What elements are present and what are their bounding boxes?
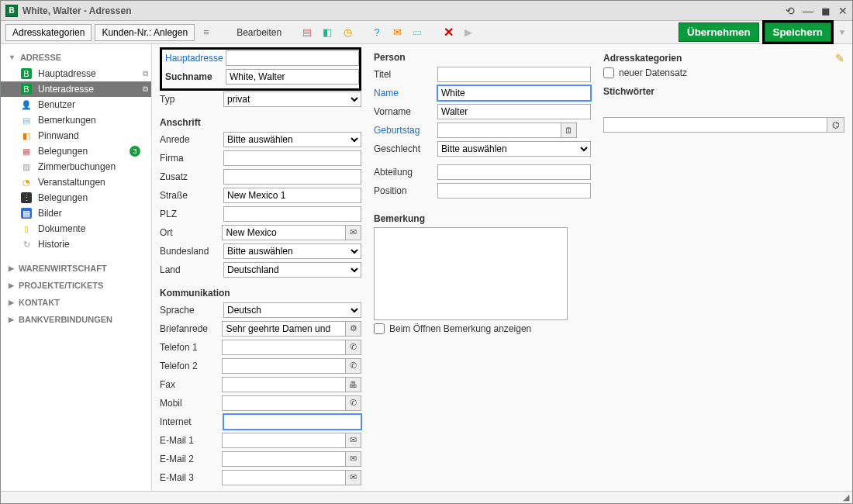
email2-input[interactable] (222, 451, 346, 467)
mobil-label: Mobil (160, 398, 222, 409)
close-icon[interactable]: ✕ (838, 5, 848, 17)
kundennr-button[interactable]: Kunden-Nr.: Anlegen (95, 24, 195, 41)
notes-icon: ▤ (21, 115, 32, 126)
nav-section-bank[interactable]: ▶BANKVERBINDUNGEN (1, 311, 151, 328)
internet-input[interactable] (223, 414, 361, 430)
internet-label: Internet (160, 416, 223, 427)
nav-benutzer[interactable]: 👤 Benutzer (1, 97, 151, 112)
resize-grip-icon[interactable]: ◢ (843, 492, 849, 502)
vorname-input[interactable] (437, 104, 591, 119)
note-icon[interactable]: ◧ (319, 25, 336, 40)
geburtstag-link[interactable]: Geburtstag (374, 125, 437, 136)
nav-section-kontakt[interactable]: ▶KONTAKT (1, 294, 151, 311)
envelope-icon[interactable]: ✉ (346, 225, 361, 240)
envelope-icon[interactable]: ✉ (346, 470, 361, 485)
help-icon[interactable]: ? (368, 25, 385, 40)
email1-input[interactable] (222, 433, 346, 448)
anrede-label: Anrede (160, 134, 223, 145)
popout-icon[interactable]: ⧉ (143, 85, 148, 94)
show-remark-checkbox[interactable] (374, 323, 385, 334)
mail-icon[interactable]: ✉ (389, 25, 406, 40)
title-bar: B White, Walter - Adressen ⟲ — ◼ ✕ (1, 1, 852, 21)
sprache-select[interactable]: Deutsch (223, 302, 361, 318)
phone-icon[interactable]: ✆ (346, 358, 361, 374)
nav-pinnwand[interactable]: ◧ Pinnwand (1, 128, 151, 143)
email3-input[interactable] (222, 470, 346, 485)
geschlecht-label: Geschlecht (374, 143, 437, 154)
fax-icon[interactable]: 🖶 (346, 377, 361, 392)
status-bar: ◢ (1, 491, 852, 503)
globe-icon[interactable]: ◷ (339, 25, 356, 40)
land-select[interactable]: Deutschland (223, 262, 361, 278)
restore-icon[interactable]: ⟲ (786, 5, 795, 17)
phone-icon[interactable]: ✆ (346, 395, 361, 411)
nav-belegungen2[interactable]: ⋮ Belegungen (1, 190, 151, 205)
maximize-icon[interactable]: ◼ (821, 5, 831, 17)
briefanrede-input[interactable] (222, 321, 346, 337)
nav-veranstaltungen[interactable]: ◔ Veranstaltungen (1, 174, 151, 190)
fax-input[interactable] (222, 377, 346, 392)
hauptadresse-input[interactable] (226, 50, 359, 66)
nav-zimmerbuchungen[interactable]: ▥ Zimmerbuchungen (1, 159, 151, 174)
events-icon: ◔ (21, 177, 32, 188)
nav-historie[interactable]: ↻ Historie (1, 236, 151, 252)
contact-card-icon[interactable]: ▤ (299, 25, 316, 40)
nav-bilder[interactable]: ▦ Bilder (1, 205, 151, 221)
tag-tree-icon[interactable]: ⌬ (827, 117, 844, 133)
card-icon[interactable]: ▭ (409, 25, 426, 40)
typ-select[interactable]: privat (223, 91, 361, 107)
gear-icon[interactable]: ⚙ (346, 321, 361, 337)
anrede-select[interactable]: Bitte auswählen (223, 132, 361, 147)
adresskategorien-button[interactable]: Adresskategorien (5, 24, 92, 41)
nav-hauptadresse[interactable]: B Hauptadresse ⧉ (1, 66, 151, 81)
nav-section-warenwirtschaft[interactable]: ▶WARENWIRTSCHAFT (1, 260, 151, 277)
ort-input[interactable] (222, 225, 346, 240)
stichwoerter-input[interactable] (603, 117, 827, 133)
titel-input[interactable] (437, 67, 591, 82)
strasse-input[interactable] (223, 188, 361, 203)
abteilung-label: Abteilung (374, 167, 437, 178)
position-input[interactable] (437, 183, 591, 198)
neuer-datensatz-checkbox[interactable] (603, 67, 614, 78)
pinboard-icon: ◧ (21, 130, 32, 141)
nav-dokumente[interactable]: ▯ Dokumente (1, 221, 151, 236)
hauptadresse-link[interactable]: Hauptadresse (162, 53, 226, 64)
phone-icon[interactable]: ✆ (346, 340, 361, 355)
dropdown-caret-icon[interactable]: ▼ (837, 28, 848, 36)
envelope-icon[interactable]: ✉ (346, 433, 361, 448)
nav-section-projekte[interactable]: ▶PROJEKTE/TICKETS (1, 277, 151, 294)
delete-icon[interactable]: ✕ (440, 25, 457, 40)
nav-bemerkungen[interactable]: ▤ Bemerkungen (1, 112, 151, 128)
bemerkung-heading: Bemerkung (374, 213, 591, 224)
calendar-icon[interactable]: 🗓 (561, 123, 577, 138)
zusatz-input[interactable] (223, 169, 361, 185)
name-input[interactable] (437, 85, 591, 101)
name-link[interactable]: Name (374, 88, 437, 98)
plz-input[interactable] (223, 206, 361, 222)
geburtstag-input[interactable] (437, 123, 561, 138)
geschlecht-select[interactable]: Bitte auswählen (437, 141, 591, 157)
telefon1-input[interactable] (222, 340, 346, 355)
minimize-icon[interactable]: — (803, 5, 813, 17)
next-icon[interactable]: ▶ (460, 25, 477, 40)
nav-unteradresse[interactable]: B Unteradresse ⧉ (1, 81, 151, 97)
bearbeiten-label[interactable]: Bearbeiten (237, 27, 281, 38)
mobil-input[interactable] (222, 395, 346, 411)
speichern-highlight: Speichern (762, 20, 834, 44)
envelope-icon[interactable]: ✉ (346, 451, 361, 467)
nav-belegungen[interactable]: ▦ Belegungen 3 (1, 143, 151, 159)
firma-input[interactable] (223, 150, 361, 166)
telefon2-input[interactable] (222, 358, 346, 374)
speichern-button[interactable]: Speichern (765, 22, 831, 42)
bundesland-select[interactable]: Bitte auswählen (223, 243, 361, 259)
popout-icon[interactable]: ⧉ (143, 69, 148, 78)
uebernehmen-button[interactable]: Übernehmen (679, 22, 758, 42)
nav-section-adresse[interactable]: ▼ADRESSE (1, 49, 151, 66)
documents-icon: ▯ (21, 223, 32, 234)
edit-pencil-icon[interactable]: ✎ (835, 52, 844, 64)
bemerkung-textarea[interactable] (374, 227, 568, 320)
abteilung-input[interactable] (437, 164, 591, 180)
suchname-input[interactable] (226, 69, 359, 85)
adresskategorien-heading: Adresskategorien (603, 53, 682, 64)
menu-icon[interactable]: ≡ (198, 25, 215, 40)
